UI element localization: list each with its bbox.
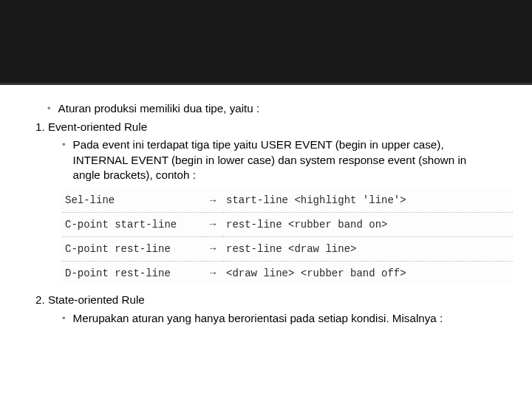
arrow-icon: → [202, 262, 223, 285]
arrow-icon: → [202, 189, 223, 213]
bullet-icon: • [62, 311, 66, 326]
rules-table: Sel-line→start-line <highlight 'line'>C-… [62, 189, 513, 286]
item1-title: 1. Event-oriented Rule [35, 120, 147, 133]
title-band [0, 0, 532, 83]
rule-lhs: Sel-line [62, 189, 202, 213]
table-row: D-point rest-line→<draw line> <rubber ba… [62, 262, 513, 285]
rule-lhs: D-point rest-line [62, 262, 202, 285]
item2-desc: Merupakan aturan yang hanya berorientasi… [73, 311, 443, 327]
item1-desc-row: • Pada event ini terdapat tiga tipe yait… [62, 137, 497, 183]
rules-tbody: Sel-line→start-line <highlight 'line'>C-… [62, 189, 513, 286]
bullet-icon: • [62, 137, 66, 152]
intro-bullet: • Aturan produksi memiliki dua tipe, yai… [47, 101, 497, 117]
rule-lhs: C-point rest-line [62, 237, 202, 262]
rule-rhs: start-line <highlight 'line'> [223, 189, 513, 213]
rule-lhs: C-point start-line [62, 213, 202, 237]
rule-rhs: <draw line> <rubber band off> [223, 262, 513, 285]
arrow-icon: → [202, 237, 223, 262]
arrow-icon: → [202, 213, 223, 237]
bullet-icon: • [47, 101, 51, 116]
rule-rhs: rest-line <draw line> [223, 237, 513, 262]
item1-desc: Pada event ini terdapat tiga tipe yaitu … [73, 137, 497, 183]
table-row: Sel-line→start-line <highlight 'line'> [62, 189, 513, 213]
content-area: • Aturan produksi memiliki dua tipe, yai… [0, 85, 532, 326]
table-row: C-point rest-line→rest-line <draw line> [62, 237, 513, 262]
rule-rhs: rest-line <rubber band on> [223, 213, 513, 237]
intro-text: Aturan produksi memiliki dua tipe, yaitu… [58, 101, 260, 117]
item2-title: 2. State-oriented Rule [35, 293, 145, 306]
item1-title-row: 1. Event-oriented Rule [35, 120, 497, 135]
item2-title-row: 2. State-oriented Rule [35, 293, 497, 308]
slide: • Aturan produksi memiliki dua tipe, yai… [0, 0, 532, 399]
item2-desc-row: • Merupakan aturan yang hanya berorienta… [62, 311, 497, 327]
table-row: C-point start-line→rest-line <rubber ban… [62, 213, 513, 237]
